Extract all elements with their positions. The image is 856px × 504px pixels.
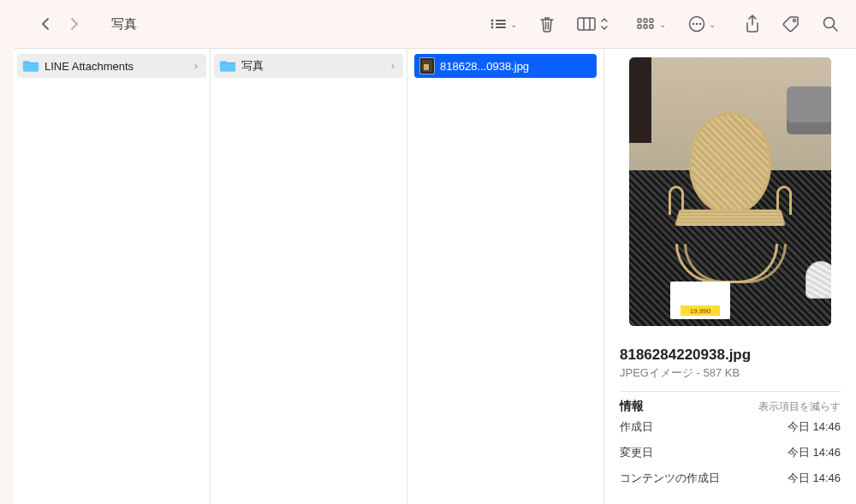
svg-rect-6 [578,18,595,30]
info-key: コンテンツの作成日 [620,471,720,486]
info-header: 情報 [620,399,644,414]
image-thumb-icon [419,57,435,74]
nav-group: 写真 [38,16,137,33]
columns-preview-button[interactable] [577,17,608,31]
search-button[interactable] [822,15,839,33]
window-title: 写真 [111,16,137,33]
info-row: 作成日 今日 14:46 [620,414,841,440]
column-2[interactable]: 写真 › [211,49,407,504]
toolbar-right-group-1: ⌄ ⌄ [637,15,716,33]
tags-button[interactable] [782,15,800,33]
updown-icon [601,18,608,30]
info-header-row: 情報 表示項目を減らす [620,391,841,414]
tag-icon [782,15,800,33]
svg-point-2 [491,23,494,26]
show-less-button[interactable]: 表示項目を減らす [758,400,841,414]
svg-rect-11 [650,19,653,22]
delete-button[interactable] [539,15,555,33]
back-button[interactable] [38,16,53,32]
info-value: 今日 14:46 [788,471,841,486]
svg-rect-14 [650,25,653,28]
toolbar-right-group-2 [745,15,839,33]
svg-point-16 [693,23,694,25]
svg-point-17 [696,23,698,25]
view-options-button[interactable]: ⌄ [490,18,517,30]
window-left-rail [0,48,14,504]
folder-icon [219,59,236,73]
chevron-down-icon: ⌄ [510,20,517,29]
price-tag: 19,990 [670,282,730,319]
preview-subtitle: JPEGイメージ - 587 KB [620,365,841,381]
group-grid-icon [637,18,656,30]
svg-rect-5 [496,27,506,28]
svg-rect-23 [424,64,429,70]
column-browser: LINE Attachments › 写真 › 818628...0938.jp… [14,48,856,504]
chevron-right-icon [69,17,80,31]
svg-rect-9 [638,19,641,22]
svg-rect-10 [644,19,647,22]
svg-rect-12 [638,25,641,28]
file-label: 818628...0938.jpg [440,60,529,73]
column-1[interactable]: LINE Attachments › [14,49,211,504]
preview-panel: 19,990 8186284220938.jpg JPEGイメージ - 587 … [604,49,856,504]
folder-icon [22,59,39,73]
chevron-down-icon: ⌄ [659,20,666,29]
svg-point-4 [491,27,494,29]
chevron-left-icon [40,17,51,31]
share-button[interactable] [745,15,760,33]
svg-rect-3 [496,23,506,25]
share-icon [745,15,760,33]
svg-point-19 [794,20,796,22]
forward-button[interactable] [67,16,82,32]
info-row: コンテンツの作成日 今日 14:46 [620,465,841,491]
ellipsis-circle-icon [688,15,705,33]
columns-icon [577,17,596,31]
svg-line-21 [833,27,837,31]
list-icon [490,18,507,30]
folder-row[interactable]: LINE Attachments › [17,54,206,78]
folder-label: LINE Attachments [45,60,134,73]
info-value: 今日 14:46 [788,445,841,460]
svg-rect-13 [644,25,647,28]
group-button[interactable]: ⌄ [637,18,666,30]
info-key: 変更日 [620,445,653,460]
svg-point-18 [699,23,701,25]
column-3[interactable]: 818628...0938.jpg [407,49,604,504]
info-value: 今日 14:46 [788,419,841,435]
preview-image[interactable]: 19,990 [629,57,831,326]
file-row-selected[interactable]: 818628...0938.jpg [414,54,597,78]
chevron-right-icon: › [194,60,198,72]
chevron-down-icon: ⌄ [709,20,716,29]
info-row: 変更日 今日 14:46 [620,440,841,465]
svg-point-0 [491,20,494,22]
toolbar: 写真 ⌄ [0,0,856,48]
folder-row[interactable]: 写真 › [214,54,403,78]
folder-label: 写真 [241,58,264,74]
chevron-right-icon: › [391,60,395,72]
preview-filename: 8186284220938.jpg [620,347,841,364]
action-menu-button[interactable]: ⌄ [688,15,716,33]
trash-icon [539,15,555,33]
info-key: 作成日 [620,419,653,435]
price-value: 19,990 [681,305,720,316]
search-icon [822,15,839,33]
svg-rect-1 [496,20,506,21]
toolbar-center-group: ⌄ [490,15,608,33]
